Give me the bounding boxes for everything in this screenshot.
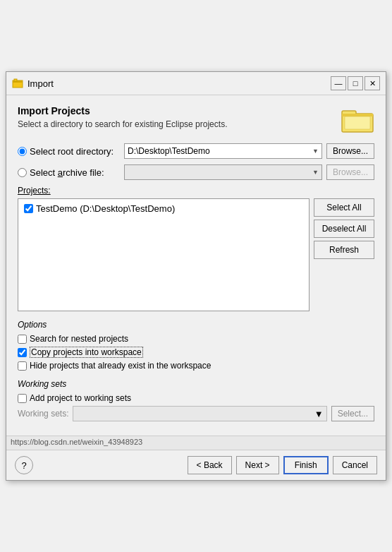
- root-directory-row: Select root directory: D:\Desktop\TestDe…: [18, 143, 374, 159]
- header-text: Import Projects Select a directory to se…: [18, 105, 333, 129]
- search-nested-row: Search for nested projects: [18, 334, 374, 344]
- add-to-working-sets-row: Add project to working sets: [18, 393, 374, 403]
- status-bar: https://blog.csdn.net/weixin_43948923: [6, 436, 386, 450]
- import-dialog: Import — □ ✕ Import Projects Select a di…: [6, 71, 386, 481]
- archive-file-row: Select archive file: ▼ Browse...: [18, 164, 374, 180]
- ws-combo-arrow: ▼: [314, 409, 324, 419]
- search-nested-checkbox[interactable]: [18, 335, 27, 344]
- projects-label: Projects:: [18, 186, 374, 196]
- copy-projects-label: Copy projects into workspace: [30, 347, 143, 358]
- select-all-button[interactable]: Select All: [314, 198, 374, 217]
- hide-projects-row: Hide projects that already exist in the …: [18, 361, 374, 371]
- help-button[interactable]: ?: [15, 456, 33, 474]
- root-directory-radio-label[interactable]: Select root directory:: [18, 146, 120, 157]
- refresh-button[interactable]: Refresh: [314, 241, 374, 259]
- folder-icon: [341, 105, 374, 133]
- close-button[interactable]: ✕: [365, 76, 380, 90]
- hide-projects-checkbox[interactable]: [18, 361, 27, 371]
- add-working-sets-checkbox[interactable]: [18, 394, 27, 403]
- minimize-button[interactable]: —: [331, 76, 346, 90]
- options-title: Options: [18, 320, 374, 330]
- svg-rect-2: [14, 79, 17, 81]
- title-bar: Import — □ ✕: [6, 72, 386, 95]
- add-working-sets-label: Add project to working sets: [30, 393, 131, 403]
- search-nested-label: Search for nested projects: [30, 334, 128, 344]
- window-title: Import: [27, 78, 326, 89]
- header-section: Import Projects Select a directory to se…: [18, 105, 374, 133]
- working-sets-section: Working sets Add project to working sets…: [18, 379, 374, 421]
- archive-file-radio-label[interactable]: Select archive file:: [18, 167, 120, 178]
- archive-file-label: Select archive file:: [30, 167, 104, 178]
- status-url: https://blog.csdn.net/weixin_43948923: [11, 438, 142, 446]
- projects-buttons: Select All Deselect All Refresh: [314, 198, 374, 311]
- working-sets-title: Working sets: [18, 379, 374, 389]
- maximize-button[interactable]: □: [348, 76, 363, 90]
- projects-list[interactable]: TestDemo (D:\Desktop\TestDemo): [18, 198, 310, 311]
- copy-projects-checkbox[interactable]: [18, 348, 27, 357]
- svg-rect-6: [345, 116, 370, 129]
- next-button[interactable]: Next >: [236, 456, 279, 474]
- root-directory-arrow: ▼: [312, 148, 319, 155]
- root-directory-label: Select root directory:: [30, 146, 114, 157]
- project-label: TestDemo (D:\Desktop\TestDemo): [36, 203, 175, 214]
- bottom-bar: ? < Back Next > Finish Cancel: [6, 450, 386, 480]
- working-sets-row: Working sets: ▼ Select...: [18, 406, 374, 421]
- copy-projects-row: Copy projects into workspace: [18, 347, 374, 358]
- archive-file-combo[interactable]: ▼: [124, 164, 322, 180]
- root-browse-button[interactable]: Browse...: [326, 143, 374, 159]
- working-sets-label: Working sets:: [18, 409, 68, 419]
- back-button[interactable]: < Back: [188, 456, 232, 474]
- dialog-title: Import Projects: [18, 105, 333, 116]
- list-item[interactable]: TestDemo (D:\Desktop\TestDemo): [21, 202, 306, 215]
- options-section: Options Search for nested projects Copy …: [18, 320, 374, 371]
- dialog-subtitle: Select a directory to search for existin…: [18, 119, 333, 129]
- window-controls: — □ ✕: [331, 76, 380, 90]
- root-directory-radio[interactable]: [18, 147, 27, 156]
- select-button[interactable]: Select...: [331, 406, 374, 421]
- finish-button[interactable]: Finish: [283, 456, 329, 474]
- window-icon: [12, 78, 23, 89]
- cancel-button[interactable]: Cancel: [333, 456, 377, 474]
- deselect-all-button[interactable]: Deselect All: [314, 220, 374, 238]
- root-directory-value: D:\Desktop\TestDemo: [128, 146, 210, 156]
- projects-container: TestDemo (D:\Desktop\TestDemo) Select Al…: [18, 198, 374, 311]
- archive-file-radio[interactable]: [18, 168, 27, 177]
- hide-projects-label: Hide projects that already exist in the …: [30, 361, 211, 371]
- working-sets-combo[interactable]: ▼: [73, 406, 326, 421]
- project-checkbox[interactable]: [24, 204, 33, 213]
- projects-section: Projects: TestDemo (D:\Desktop\TestDemo)…: [18, 186, 374, 311]
- archive-browse-button[interactable]: Browse...: [326, 164, 374, 180]
- dialog-content: Import Projects Select a directory to se…: [6, 95, 386, 436]
- root-directory-combo[interactable]: D:\Desktop\TestDemo ▼: [124, 143, 322, 159]
- archive-arrow: ▼: [312, 169, 319, 176]
- svg-rect-5: [342, 114, 373, 116]
